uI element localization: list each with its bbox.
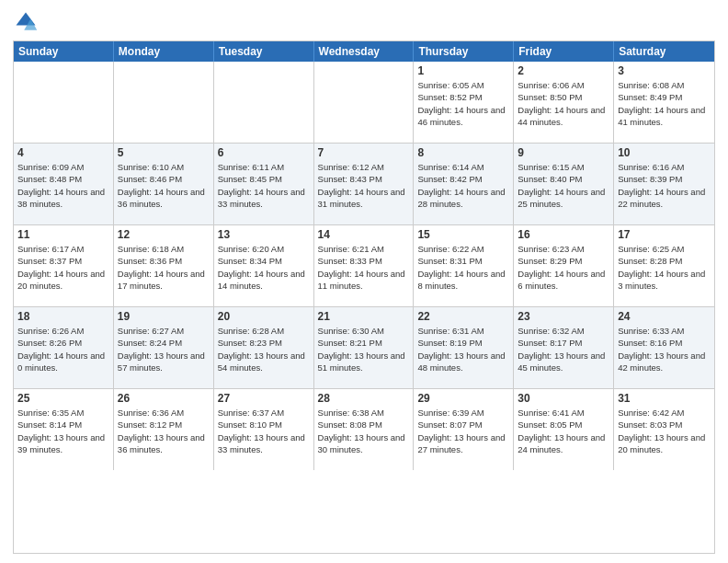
day-cell-16: 16Sunrise: 6:23 AM Sunset: 8:29 PM Dayli… <box>514 225 614 306</box>
day-info: Sunrise: 6:25 AM Sunset: 8:28 PM Dayligh… <box>618 243 711 292</box>
page: SundayMondayTuesdayWednesdayThursdayFrid… <box>0 0 728 563</box>
day-number: 27 <box>218 392 310 405</box>
day-cell-28: 28Sunrise: 6:38 AM Sunset: 8:08 PM Dayli… <box>314 389 415 470</box>
day-number: 20 <box>218 310 310 323</box>
day-info: Sunrise: 6:20 AM Sunset: 8:34 PM Dayligh… <box>218 243 310 292</box>
day-info: Sunrise: 6:42 AM Sunset: 8:03 PM Dayligh… <box>618 407 711 455</box>
day-cell-30: 30Sunrise: 6:41 AM Sunset: 8:05 PM Dayli… <box>514 389 614 470</box>
day-info: Sunrise: 6:23 AM Sunset: 8:29 PM Dayligh… <box>518 243 609 292</box>
day-cell-18: 18Sunrise: 6:26 AM Sunset: 8:26 PM Dayli… <box>14 307 114 388</box>
day-header-monday: Monday <box>114 41 214 62</box>
day-cell-3: 3Sunrise: 6:08 AM Sunset: 8:49 PM Daylig… <box>614 62 714 143</box>
day-cell-empty <box>314 62 415 143</box>
day-info: Sunrise: 6:31 AM Sunset: 8:19 PM Dayligh… <box>417 325 509 373</box>
day-number: 21 <box>318 310 410 323</box>
day-cell-12: 12Sunrise: 6:18 AM Sunset: 8:36 PM Dayli… <box>114 225 214 306</box>
day-info: Sunrise: 6:37 AM Sunset: 8:10 PM Dayligh… <box>218 407 310 455</box>
day-cell-14: 14Sunrise: 6:21 AM Sunset: 8:33 PM Dayli… <box>314 225 415 306</box>
calendar-body: 1Sunrise: 6:05 AM Sunset: 8:52 PM Daylig… <box>14 62 714 470</box>
day-info: Sunrise: 6:15 AM Sunset: 8:40 PM Dayligh… <box>518 161 609 210</box>
day-number: 7 <box>318 146 410 159</box>
day-info: Sunrise: 6:14 AM Sunset: 8:42 PM Dayligh… <box>417 161 509 210</box>
day-number: 17 <box>618 228 711 241</box>
day-cell-1: 1Sunrise: 6:05 AM Sunset: 8:52 PM Daylig… <box>414 62 514 143</box>
day-info: Sunrise: 6:17 AM Sunset: 8:37 PM Dayligh… <box>17 243 109 292</box>
day-info: Sunrise: 6:27 AM Sunset: 8:24 PM Dayligh… <box>118 325 210 373</box>
calendar-week-3: 11Sunrise: 6:17 AM Sunset: 8:37 PM Dayli… <box>14 225 714 307</box>
day-number: 19 <box>118 310 210 323</box>
day-info: Sunrise: 6:22 AM Sunset: 8:31 PM Dayligh… <box>417 243 509 292</box>
day-info: Sunrise: 6:39 AM Sunset: 8:07 PM Dayligh… <box>417 407 509 455</box>
day-header-thursday: Thursday <box>414 41 514 62</box>
calendar-week-1: 1Sunrise: 6:05 AM Sunset: 8:52 PM Daylig… <box>14 62 714 144</box>
day-info: Sunrise: 6:09 AM Sunset: 8:48 PM Dayligh… <box>17 161 109 210</box>
day-cell-6: 6Sunrise: 6:11 AM Sunset: 8:45 PM Daylig… <box>214 144 314 224</box>
header <box>13 9 715 35</box>
day-info: Sunrise: 6:12 AM Sunset: 8:43 PM Dayligh… <box>318 161 410 210</box>
day-info: Sunrise: 6:05 AM Sunset: 8:52 PM Dayligh… <box>417 79 509 128</box>
day-number: 11 <box>17 228 109 241</box>
day-number: 2 <box>518 64 609 77</box>
day-cell-8: 8Sunrise: 6:14 AM Sunset: 8:42 PM Daylig… <box>414 144 514 224</box>
day-info: Sunrise: 6:35 AM Sunset: 8:14 PM Dayligh… <box>17 407 109 455</box>
day-cell-23: 23Sunrise: 6:32 AM Sunset: 8:17 PM Dayli… <box>514 307 614 388</box>
calendar-week-4: 18Sunrise: 6:26 AM Sunset: 8:26 PM Dayli… <box>14 307 714 389</box>
day-number: 6 <box>218 146 310 159</box>
day-info: Sunrise: 6:18 AM Sunset: 8:36 PM Dayligh… <box>118 243 210 292</box>
day-number: 9 <box>518 146 609 159</box>
day-cell-13: 13Sunrise: 6:20 AM Sunset: 8:34 PM Dayli… <box>214 225 314 306</box>
day-number: 30 <box>518 392 609 405</box>
day-number: 18 <box>17 310 109 323</box>
day-cell-19: 19Sunrise: 6:27 AM Sunset: 8:24 PM Dayli… <box>114 307 214 388</box>
day-number: 1 <box>417 64 509 77</box>
logo-icon <box>13 9 39 35</box>
day-number: 28 <box>318 392 410 405</box>
day-number: 26 <box>118 392 210 405</box>
day-number: 10 <box>618 146 711 159</box>
day-header-saturday: Saturday <box>614 41 714 62</box>
day-number: 13 <box>218 228 310 241</box>
day-info: Sunrise: 6:21 AM Sunset: 8:33 PM Dayligh… <box>318 243 410 292</box>
day-info: Sunrise: 6:28 AM Sunset: 8:23 PM Dayligh… <box>218 325 310 373</box>
day-cell-empty <box>114 62 214 143</box>
day-info: Sunrise: 6:08 AM Sunset: 8:49 PM Dayligh… <box>618 79 711 128</box>
day-cell-7: 7Sunrise: 6:12 AM Sunset: 8:43 PM Daylig… <box>314 144 415 224</box>
day-cell-26: 26Sunrise: 6:36 AM Sunset: 8:12 PM Dayli… <box>114 389 214 470</box>
day-number: 15 <box>417 228 509 241</box>
day-number: 12 <box>118 228 210 241</box>
day-cell-31: 31Sunrise: 6:42 AM Sunset: 8:03 PM Dayli… <box>614 389 714 470</box>
calendar: SundayMondayTuesdayWednesdayThursdayFrid… <box>13 40 715 554</box>
day-number: 31 <box>618 392 711 405</box>
day-number: 5 <box>118 146 210 159</box>
day-number: 3 <box>618 64 711 77</box>
day-info: Sunrise: 6:38 AM Sunset: 8:08 PM Dayligh… <box>318 407 410 455</box>
logo <box>13 9 42 35</box>
day-number: 29 <box>417 392 509 405</box>
day-number: 14 <box>318 228 410 241</box>
day-header-wednesday: Wednesday <box>314 41 415 62</box>
day-number: 16 <box>518 228 609 241</box>
day-cell-29: 29Sunrise: 6:39 AM Sunset: 8:07 PM Dayli… <box>414 389 514 470</box>
day-info: Sunrise: 6:11 AM Sunset: 8:45 PM Dayligh… <box>218 161 310 210</box>
day-header-friday: Friday <box>514 41 614 62</box>
day-info: Sunrise: 6:10 AM Sunset: 8:46 PM Dayligh… <box>118 161 210 210</box>
day-info: Sunrise: 6:33 AM Sunset: 8:16 PM Dayligh… <box>618 325 711 373</box>
day-number: 22 <box>417 310 509 323</box>
day-info: Sunrise: 6:06 AM Sunset: 8:50 PM Dayligh… <box>518 79 609 128</box>
day-cell-20: 20Sunrise: 6:28 AM Sunset: 8:23 PM Dayli… <box>214 307 314 388</box>
day-info: Sunrise: 6:36 AM Sunset: 8:12 PM Dayligh… <box>118 407 210 455</box>
day-cell-21: 21Sunrise: 6:30 AM Sunset: 8:21 PM Dayli… <box>314 307 415 388</box>
day-header-sunday: Sunday <box>14 41 114 62</box>
day-cell-empty <box>214 62 314 143</box>
day-cell-11: 11Sunrise: 6:17 AM Sunset: 8:37 PM Dayli… <box>14 225 114 306</box>
day-cell-9: 9Sunrise: 6:15 AM Sunset: 8:40 PM Daylig… <box>514 144 614 224</box>
day-info: Sunrise: 6:32 AM Sunset: 8:17 PM Dayligh… <box>518 325 609 373</box>
calendar-week-2: 4Sunrise: 6:09 AM Sunset: 8:48 PM Daylig… <box>14 144 714 225</box>
day-cell-15: 15Sunrise: 6:22 AM Sunset: 8:31 PM Dayli… <box>414 225 514 306</box>
day-cell-empty <box>14 62 114 143</box>
day-number: 25 <box>17 392 109 405</box>
day-cell-10: 10Sunrise: 6:16 AM Sunset: 8:39 PM Dayli… <box>614 144 714 224</box>
day-cell-17: 17Sunrise: 6:25 AM Sunset: 8:28 PM Dayli… <box>614 225 714 306</box>
day-cell-22: 22Sunrise: 6:31 AM Sunset: 8:19 PM Dayli… <box>414 307 514 388</box>
day-number: 24 <box>618 310 711 323</box>
